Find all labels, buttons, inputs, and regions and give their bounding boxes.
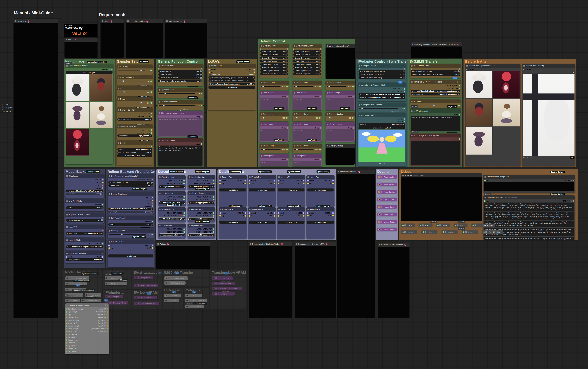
output-port-dot[interactable] [152,179,153,180]
combo-example[interactable]: ◀example[none]▶ [66,193,103,195]
collapse-icon[interactable] [127,20,129,22]
port-dot[interactable] [150,70,152,71]
node-hands-prompt[interactable]: Hands promptstringfingernails, [293,122,322,142]
output-port-dot[interactable] [274,215,275,216]
collapsed-node-img2img-transfer[interactable]: IMG2IMG Transfer [164,281,185,285]
collapsed-node-vagina-detailer[interactable]: Vagina Detailer [377,220,397,224]
collapse-icon[interactable] [189,176,190,178]
output-port-dot[interactable] [102,179,103,180]
input-port-dot[interactable] [66,217,67,218]
collapse-icon[interactable] [66,214,68,215]
port-dot[interactable] [150,102,152,104]
collapse-icon[interactable] [189,295,190,297]
input-port-row[interactable]: Start Quality prompt [66,308,90,310]
output-port-dot[interactable] [353,95,354,97]
note-nodes[interactable]: Nodes [101,19,124,58]
node-img2img-prompt[interactable]: IMG2IMG promptstringmasterpiece, best qu… [410,109,461,132]
node-vagina-lora[interactable]: Vagina LoRAmodelMODELclipCLIP++ Add Lora [277,207,305,239]
collapse-icon[interactable] [108,283,110,284]
node-refiner-checkpoint[interactable]: Refiner CheckpointMODELCLIPVAEexample◀Il… [108,192,154,215]
highlight-port-dot[interactable] [378,176,380,178]
combo-segm-ntd11-anime-n[interactable]: ◀segm/ntd11_anime_n ...▶ [188,217,214,220]
combo-left-arrow[interactable]: ◀ [359,97,361,98]
node-header[interactable]: Face prompt [259,91,289,95]
button-add-lora[interactable]: ++ Add Lora [307,221,334,224]
output-port-dot[interactable] [213,196,214,197]
port-dot[interactable] [286,149,288,150]
collapsed-node-color-fix-switch[interactable]: Color Fix Switch [185,305,204,308]
group-title[interactable]: Refiner Backend (Transfer Only) [106,169,155,174]
output-port-dot[interactable] [244,183,246,184]
port-dot[interactable] [402,225,404,226]
collapse-icon[interactable] [381,206,382,207]
collapse-icon[interactable] [294,113,295,115]
collapsed-node-hires-fix-sub[interactable]: HiRes Fix Sub [164,294,181,297]
input-port-dot[interactable] [158,68,160,70]
collapse-icon[interactable] [381,214,382,215]
collapse-icon[interactable] [168,295,169,297]
output-port-dot[interactable] [107,325,108,327]
combo-right-arrow[interactable]: ▶ [101,259,103,261]
collapse-icon[interactable] [405,231,406,233]
node-lips-ultralytics[interactable]: Lips UltralyticsBBOX_DETECTORSEGM_DETECT… [158,224,186,238]
button-manual-random-seed[interactable]: ⚄ Manual Random Seed [117,154,152,157]
group-title[interactable]: General Function Control [156,59,204,64]
output-port-dot[interactable] [183,180,185,181]
output-port-dot[interactable] [152,200,153,201]
node-header[interactable]: Denoise Lips [259,112,289,116]
node-header[interactable]: Hands Ultralytics [188,175,215,179]
input-port-dot[interactable] [293,48,294,50]
collapse-icon[interactable] [118,87,119,89]
note-header[interactable]: How to use [13,19,58,23]
collapse-icon[interactable] [138,277,139,278]
collapse-icon[interactable] [159,140,160,141]
collapse-icon[interactable] [485,196,486,198]
node-lips-prompt[interactable]: Lips promptstringlips, [259,122,289,142]
output-port-dot[interactable] [102,256,103,257]
port-dot[interactable] [483,231,485,233]
combo-left-arrow[interactable]: ◀ [189,186,191,187]
node-nose-lora[interactable]: Nose LoRAmodelMODELclipCLIP++ Add Lora [277,175,305,207]
node-header[interactable]: Scheduler Selector [117,124,153,128]
node-sampler-selector[interactable]: Sampler Selectorsamplersampler_name◀samp… [117,108,153,124]
toggle-enable-normal-sampler[interactable]: Enable Normal Sampleryes [108,181,153,184]
input-port-row[interactable]: Hands prompt [66,353,90,354]
combo-sampler-name[interactable]: ◀sampler_nameeuler▶ [117,118,152,121]
toggle-knob[interactable] [285,54,287,56]
toggle-knob[interactable] [200,73,202,76]
node-nose-ultalytics[interactable]: Nose UltalyticsBBOX_DETECTORSEGM_DETECTO… [158,207,186,222]
slider-track[interactable] [159,93,195,94]
collapse-icon[interactable] [327,92,328,93]
toggle-enable-low-vram-for-img2img-transfer[interactable]: Enable Low VRAM for IMG2IMG Transferno [411,73,460,76]
collapsed-node-checkpoint-everywher[interactable]: Checkpoint Everywher [65,277,89,280]
toggle-knob[interactable] [151,185,153,187]
node-header[interactable]: Nipples LoRA [248,207,276,211]
input-port-dot[interactable] [260,48,262,50]
collapse-icon[interactable] [338,171,339,172]
collapsed-node-eyes[interactable]: Eyes [419,224,432,227]
slider-thumb[interactable] [122,80,124,82]
collapsed-node-modelname-for-save[interactable]: Modelname for save [105,282,127,285]
node-header[interactable]: IMG2IMG prompt [410,109,461,113]
output-port-dot[interactable] [353,127,354,128]
collapse-icon[interactable] [381,221,382,223]
input-port-row[interactable]: Penis prompt [66,328,90,330]
node-eyes-prompt[interactable]: Eyes promptstringbrown eyes, [293,91,322,110]
note-detailer-settings[interactable]: Detailer Settings [325,144,355,165]
collapse-icon[interactable] [168,282,169,284]
collapsed-node-face-detailer[interactable]: Face Detailer [377,175,397,178]
port-dot[interactable] [66,300,68,301]
collapse-icon[interactable] [249,176,250,178]
collapsed-node-alternative-style-im[interactable]: Alternative style im [134,284,158,287]
output-port-dot[interactable] [107,323,108,324]
collapse-icon[interactable] [411,110,412,112]
port-dot[interactable] [201,93,202,94]
node-ipadapter-control[interactable]: IPAdapter ControlEnable IPAdapter (Style… [358,64,406,82]
output-port-dot[interactable] [183,228,185,230]
collapsed-node-pre-hires-fix[interactable]: Pre-HiRes Fix [482,230,503,234]
slider-thumb[interactable] [361,107,363,110]
combo-right-arrow[interactable]: ▶ [403,124,405,125]
slider-track[interactable] [118,92,145,92]
node-header[interactable]: Detailer Prompt Append [65,303,109,308]
collapse-icon[interactable] [475,225,476,226]
